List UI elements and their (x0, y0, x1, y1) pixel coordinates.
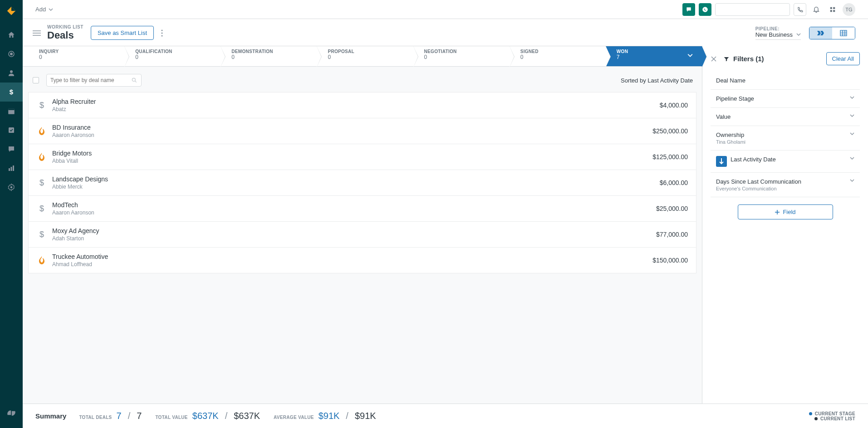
deal-row[interactable]: $ Moxy Ad Agency Adah Starton $77,000.00 (28, 222, 696, 248)
summary-title: Summary (35, 412, 66, 420)
dollar-icon: $ (39, 101, 44, 110)
save-smart-list-button[interactable]: Save as Smart List (91, 26, 154, 40)
search-icon (131, 77, 137, 83)
deal-row[interactable]: $ Alpha Recruiter Abatz $4,000.00 (28, 92, 696, 118)
deal-value: $6,000.00 (660, 179, 688, 186)
clear-all-button[interactable]: Clear All (826, 52, 860, 65)
nav-zendesk[interactable] (0, 404, 23, 423)
svg-point-3 (10, 53, 13, 55)
summary-total-value: TOTAL VALUE $637K / $637K (155, 411, 260, 421)
dollar-icon: $ (39, 178, 44, 188)
nav-tasks[interactable] (0, 121, 23, 140)
deal-name-filter-input[interactable] (50, 77, 131, 83)
deal-name: Moxy Ad Agency (52, 227, 656, 234)
app-logo (4, 4, 19, 18)
svg-point-23 (162, 29, 163, 31)
deal-value: $77,000.00 (656, 231, 688, 238)
filter-days-since[interactable]: Days Since Last Communication Everyone's… (711, 172, 860, 197)
dollar-icon: $ (39, 230, 44, 239)
pipeline-stages: INQUIRY0QUALIFICATION0DEMONSTRATION0PROP… (23, 46, 702, 67)
nav-reports[interactable] (0, 159, 23, 178)
deal-name: Truckee Automotive (52, 253, 652, 260)
summary-avg-value: AVERAGE VALUE $91K / $91K (274, 411, 376, 421)
deal-contact: Aaaron Aaronson (52, 132, 652, 138)
sort-direction-icon[interactable] (716, 156, 727, 167)
user-avatar[interactable]: TG (843, 3, 855, 16)
svg-rect-16 (830, 7, 832, 9)
dollar-icon: $ (39, 204, 44, 214)
page-header: WORKING LIST Deals Save as Smart List PI… (23, 19, 868, 46)
page-kicker: WORKING LIST (47, 24, 83, 29)
deal-contact: Abbie Merck (52, 184, 660, 190)
deal-contact: Abba Vitall (52, 158, 652, 164)
stage-won[interactable]: WON7 (606, 46, 702, 66)
add-field-button[interactable]: Field (738, 204, 833, 219)
nav-home[interactable] (0, 25, 23, 44)
sorted-by-label: Sorted by Last Activity Date (621, 77, 693, 84)
stage-proposal[interactable]: PROPOSAL0 (317, 46, 413, 66)
deal-name-filter[interactable] (46, 74, 142, 87)
select-all-checkbox[interactable] (33, 77, 39, 83)
more-options-icon[interactable] (159, 28, 165, 39)
svg-rect-8 (9, 127, 14, 133)
filter-value[interactable]: Value (711, 107, 860, 126)
filters-title: Filters (1) (723, 55, 764, 63)
deal-row[interactable]: Truckee Automotive Ahmad Loffhead $150,0… (28, 248, 696, 273)
deal-value: $150,000.00 (652, 257, 688, 264)
svg-point-12 (10, 186, 13, 189)
global-search-input[interactable] (719, 6, 787, 13)
filter-pipeline-stage[interactable]: Pipeline Stage (711, 89, 860, 107)
deal-row[interactable]: Bridge Motors Abba Vitall $125,000.00 (28, 144, 696, 170)
deal-row[interactable]: $ ModTech Aaaron Aaronson $25,000.00 (28, 196, 696, 222)
chevron-down-icon (850, 113, 854, 118)
hamburger-icon[interactable] (33, 30, 41, 36)
global-search[interactable] (715, 3, 790, 16)
nav-deals[interactable]: $ (0, 83, 23, 102)
nav-settings[interactable] (0, 178, 23, 197)
feedback-icon[interactable] (682, 3, 695, 16)
stage-inquiry[interactable]: INQUIRY0 (28, 46, 124, 66)
deal-contact: Aaaron Aaronson (52, 209, 656, 216)
deal-value: $4,000.00 (660, 102, 688, 109)
filter-deal-name[interactable]: Deal Name (711, 72, 860, 89)
stage-qualification[interactable]: QUALIFICATION0 (124, 46, 221, 66)
flame-icon (39, 256, 45, 264)
pipeline-selector[interactable]: PIPELINE: New Business (755, 26, 801, 40)
add-button[interactable]: Add (35, 6, 53, 13)
svg-rect-19 (833, 10, 835, 12)
deals-list: $ Alpha Recruiter Abatz $4,000.00 BD Ins… (23, 92, 702, 404)
apps-icon[interactable] (826, 3, 839, 16)
nav-contacts[interactable] (0, 63, 23, 83)
stage-demonstration[interactable]: DEMONSTRATION0 (221, 46, 317, 66)
whatsapp-icon[interactable] (699, 3, 711, 16)
svg-rect-9 (9, 168, 10, 171)
table-view-button[interactable] (832, 27, 855, 39)
nav-comms[interactable] (0, 140, 23, 159)
svg-point-24 (162, 32, 163, 34)
filter-last-activity[interactable]: Last Activity Date (711, 150, 860, 172)
summary-total-deals: TOTAL DEALS 7 / 7 (79, 411, 142, 421)
deal-name: Alpha Recruiter (52, 98, 660, 105)
filter-ownership[interactable]: Ownership Tina Gholami (711, 126, 860, 150)
chevron-down-icon (49, 7, 53, 12)
chevron-down-icon (850, 95, 854, 100)
nav-calendar[interactable] (0, 102, 23, 121)
phone-icon[interactable] (794, 3, 806, 16)
svg-line-32 (135, 81, 137, 83)
stage-signed[interactable]: SIGNED0 (510, 46, 606, 66)
svg-point-4 (10, 70, 13, 73)
deal-name: ModTech (52, 201, 656, 209)
flame-icon (39, 127, 45, 135)
svg-point-25 (162, 35, 163, 36)
nav-leads[interactable] (0, 44, 23, 63)
chevron-down-icon (850, 156, 854, 160)
stage-view-button[interactable] (809, 27, 832, 39)
deal-name: Landscape Designs (52, 175, 660, 183)
close-filters-icon[interactable] (711, 56, 717, 62)
svg-rect-7 (8, 109, 15, 110)
bell-icon[interactable] (810, 3, 823, 16)
deal-row[interactable]: $ Landscape Designs Abbie Merck $6,000.0… (28, 170, 696, 196)
stage-negotiation[interactable]: NEGOTIATION0 (413, 46, 510, 66)
deal-row[interactable]: BD Insurance Aaaron Aaronson $250,000.00 (28, 118, 696, 144)
deal-contact: Abatz (52, 106, 660, 112)
